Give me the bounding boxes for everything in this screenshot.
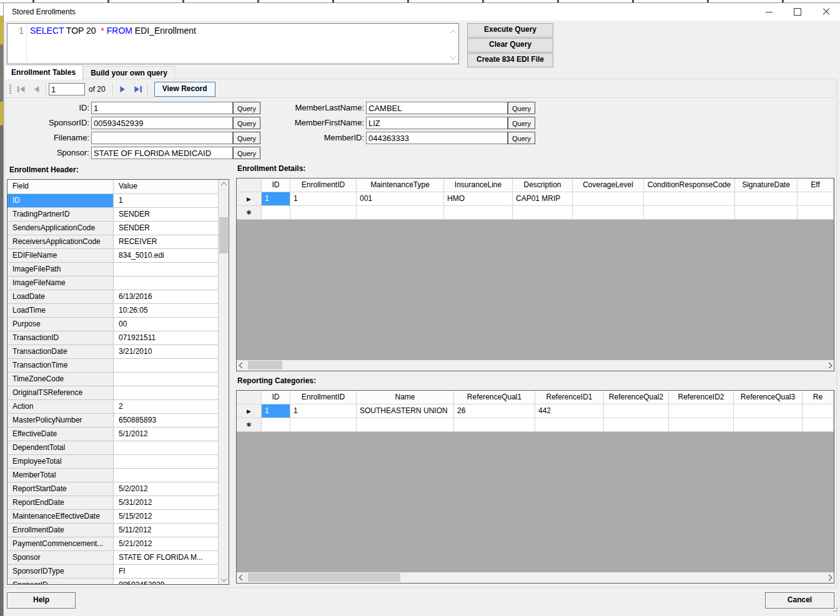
value-cell[interactable]: 3/21/2010 <box>114 345 218 359</box>
row-selector-header[interactable] <box>237 178 262 192</box>
column-header[interactable]: EnrollmentID <box>290 178 357 192</box>
value-cell[interactable]: STATE OF FLORIDA M... <box>114 551 218 565</box>
grid-cell[interactable] <box>644 192 735 206</box>
id-field[interactable] <box>91 102 233 114</box>
value-cell[interactable]: 00 <box>114 318 218 331</box>
grid-cell[interactable] <box>803 404 834 418</box>
field-cell[interactable]: TimeZoneCode <box>7 373 114 386</box>
memberlastname-query-button[interactable]: Query <box>508 102 535 114</box>
sponsorid-query-button[interactable]: Query <box>233 117 260 129</box>
scroll-up-icon[interactable] <box>451 27 455 37</box>
maximize-button[interactable] <box>783 3 812 21</box>
grid-cell[interactable] <box>290 418 357 432</box>
field-cell[interactable]: Purpose <box>7 318 114 331</box>
value-cell[interactable]: 1 <box>114 194 218 208</box>
field-cell[interactable]: PaymentCommencement... <box>7 537 114 551</box>
grid-cell[interactable]: CAP01 MRIP <box>513 192 573 206</box>
filename-query-button[interactable]: Query <box>233 132 260 144</box>
grid-cell[interactable] <box>573 192 644 206</box>
value-cell[interactable]: 650885893 <box>114 414 218 428</box>
column-header[interactable]: Description <box>513 178 573 192</box>
field-cell[interactable]: ImageFileName <box>7 276 114 290</box>
value-cell[interactable] <box>114 373 218 386</box>
value-cell[interactable]: 6/13/2016 <box>114 290 218 304</box>
memberfirstname-field[interactable] <box>366 117 508 129</box>
grid-cell[interactable] <box>798 206 834 220</box>
grid-cell[interactable] <box>604 404 669 418</box>
next-record-button[interactable] <box>116 82 131 96</box>
grid-cell[interactable]: 1 <box>262 192 290 206</box>
value-cell[interactable] <box>114 469 218 482</box>
value-cell[interactable]: 00593452939 <box>114 579 218 585</box>
value-cell[interactable] <box>114 455 218 469</box>
column-header[interactable]: ID <box>262 391 290 404</box>
previous-record-button[interactable] <box>29 82 44 96</box>
column-header-value[interactable]: Value <box>114 180 218 193</box>
value-cell[interactable]: RECEIVER <box>114 235 218 249</box>
grid-cell[interactable] <box>669 418 734 432</box>
column-header-field[interactable]: Field <box>7 180 114 193</box>
field-cell[interactable]: EDIFileName <box>7 249 114 263</box>
scrollbar-thumb[interactable] <box>219 217 228 253</box>
grid-cell[interactable] <box>513 206 573 220</box>
value-cell[interactable]: 5/11/2012 <box>114 524 218 537</box>
memberid-query-button[interactable]: Query <box>508 132 535 144</box>
scroll-left-arrow[interactable] <box>237 360 247 370</box>
field-cell[interactable]: SponsorID <box>7 579 114 585</box>
value-cell[interactable]: 5/31/2012 <box>114 496 218 510</box>
value-cell[interactable] <box>114 386 218 400</box>
sponsor-query-button[interactable]: Query <box>233 147 260 159</box>
field-cell[interactable]: EmployeeTotal <box>7 455 114 469</box>
reporting-categories-hscrollbar[interactable] <box>237 572 834 583</box>
grid-cell[interactable]: 1 <box>262 404 290 418</box>
scroll-down-icon[interactable] <box>451 51 455 61</box>
memberfirstname-query-button[interactable]: Query <box>508 117 535 129</box>
grid-cell[interactable]: 26 <box>454 404 535 418</box>
grid-cell[interactable]: 1 <box>290 192 357 206</box>
filename-field[interactable] <box>91 132 233 144</box>
column-header[interactable]: ID <box>262 178 290 192</box>
view-record-button[interactable]: View Record <box>154 82 215 97</box>
minimize-button[interactable] <box>754 3 783 21</box>
row-selector-header[interactable] <box>237 391 262 404</box>
column-header[interactable]: EnrollmentID <box>290 391 357 404</box>
grid-cell[interactable] <box>644 206 735 220</box>
field-cell[interactable]: ReportStartDate <box>7 482 114 496</box>
grid-cell[interactable] <box>454 418 535 432</box>
column-header[interactable]: InsuranceLine <box>444 178 513 192</box>
current-row-indicator-icon[interactable]: ▶ <box>237 192 262 206</box>
grid-cell[interactable] <box>262 418 290 432</box>
first-record-button[interactable] <box>14 82 29 96</box>
column-header[interactable]: ReferenceQual1 <box>454 391 535 404</box>
field-cell[interactable]: MasterPolicyNumber <box>7 414 114 428</box>
execute-query-button[interactable]: Execute Query <box>467 23 553 37</box>
field-cell[interactable]: MaintenanceEffectiveDate <box>7 510 114 524</box>
column-header[interactable]: SignatureDate <box>735 178 798 192</box>
create-834-edi-file-button[interactable]: Create 834 EDI File <box>467 53 553 67</box>
grid-cell[interactable]: 001 <box>357 192 444 206</box>
column-header[interactable]: ReferenceQual2 <box>604 391 669 404</box>
column-header[interactable]: ReferenceID2 <box>669 391 734 404</box>
grid-cell[interactable]: 1 <box>290 404 357 418</box>
column-header[interactable]: MaintenanceType <box>357 178 444 192</box>
value-cell[interactable]: 834_5010.edi <box>114 249 218 263</box>
grid-cell[interactable] <box>357 418 454 432</box>
sponsorid-field[interactable] <box>91 117 233 129</box>
field-cell[interactable]: EnrollmentDate <box>7 524 114 537</box>
scroll-right-arrow[interactable] <box>824 360 834 370</box>
column-header[interactable]: Eff <box>798 178 834 192</box>
grid-cell[interactable] <box>573 206 644 220</box>
close-button[interactable] <box>812 3 840 21</box>
grid-cell[interactable] <box>734 404 803 418</box>
grid-cell[interactable] <box>604 418 669 432</box>
tab-build-your-own-query[interactable]: Build your own query <box>83 66 175 79</box>
value-cell[interactable]: 5/2/2012 <box>114 482 218 496</box>
grid-cell[interactable] <box>262 206 290 220</box>
grid-cell[interactable]: 442 <box>535 404 604 418</box>
value-cell[interactable] <box>114 359 218 373</box>
value-cell[interactable]: 5/1/2012 <box>114 428 218 441</box>
grid-cell[interactable] <box>734 418 803 432</box>
grid-cell[interactable] <box>735 206 798 220</box>
field-cell[interactable]: TransactionTime <box>7 359 114 373</box>
new-row-indicator-icon[interactable]: ✱ <box>237 418 262 432</box>
